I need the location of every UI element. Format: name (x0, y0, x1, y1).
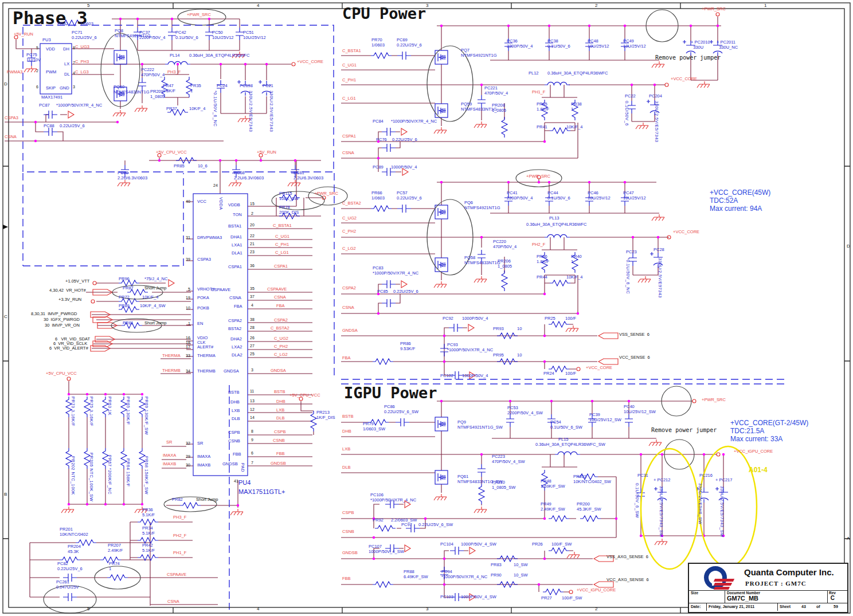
schematic-label: PR36 5.1K/F (142, 508, 155, 517)
schematic-label: DHB (342, 429, 351, 434)
schematic-label: PR64 158K/F (125, 458, 130, 486)
cpu-power-title: CPU Power (342, 5, 426, 22)
schematic-label: PR115 100K_SW (279, 191, 299, 201)
schematic-label: VDDB (228, 203, 240, 208)
schematic-label: THERMB (197, 369, 216, 374)
schematic-label: PC223 470P/50V_4_SW (492, 454, 525, 464)
schematic-label: PR47 1.8K/F (163, 84, 175, 93)
schematic-label: PR40 1 (571, 254, 582, 264)
doc-number-label: Document Number (727, 591, 760, 595)
schematic-label: PR88 6.49K/F_SW (404, 570, 428, 579)
schematic-label: 37 (250, 295, 255, 299)
schematic-label: +5V_CPU_VCC (46, 371, 77, 376)
schematic-label: 29 (186, 454, 190, 459)
schematic-label: C_BSTA1 (273, 223, 292, 229)
schematic-label: 10K/F_4 (566, 275, 582, 280)
schematic-label: PC103 (440, 595, 453, 600)
schematic-label: 3 (426, 3, 428, 8)
schematic-label: CSPA3 (5, 116, 18, 121)
schematic-label: PR208 1_0805 (492, 103, 506, 113)
title-block-date-row: Date: Friday, January 21, 2011 Sheet 43 … (689, 603, 847, 611)
schematic-label: +1.05V_VTT (65, 279, 89, 284)
schematic-label: DLB (232, 417, 240, 422)
schematic-label: C_UG1 (275, 234, 289, 240)
schematic-label: GNDSB (271, 461, 286, 466)
schematic-label: 330U/2V/E5H6_SW (697, 483, 702, 524)
schematic-label: PR207 2.49K/F (108, 543, 123, 553)
schematic-label: 100/F_SW (562, 596, 582, 601)
schematic-label: 330U/2.5V/E97343 (657, 258, 662, 298)
schematic-label: PR86 9.53K/F (400, 342, 415, 351)
schematic-label: BSTB (342, 414, 354, 419)
schematic-label: VCC_SENSE 6 (619, 355, 650, 360)
schematic-label: *0.1U/50V_6_NC (625, 258, 630, 294)
schematic-label: 0.36uH_30A_ETQP4LR36WFC (547, 71, 608, 76)
schematic-label: +VCC_CORE (586, 366, 612, 371)
schematic-label: PR95 (493, 353, 504, 358)
schematic-label: 330U/2.5V/E5/7343 (268, 91, 273, 132)
schematic-label: PR75 3.16K/F (88, 397, 93, 426)
schematic-label: EN (197, 321, 203, 327)
schematic-label: PH1_F (532, 90, 545, 95)
schematic-label: PR74 1 (109, 562, 120, 571)
schematic-label: 6 VR_VID_ALERT# (49, 346, 88, 351)
schematic-label: PR205 NTC_100K_SW (88, 453, 93, 501)
schematic-label: 14 (250, 415, 255, 420)
schematic-label: 0.22U/25V_6 (393, 289, 418, 295)
schematic-label: PC41 2200P/50V_4 (507, 191, 533, 201)
schematic-label: 39 (186, 257, 190, 262)
schematic-label: BSTA1 (228, 224, 241, 229)
company-name: Quanta Computer Inc. (744, 567, 834, 577)
date-value: Friday, January 21, 2011 (709, 605, 754, 609)
schematic-label: LXB (342, 447, 350, 452)
schematic-label: Short Jump (144, 321, 166, 326)
sheet-label: Sheet (780, 605, 791, 609)
schematic-label: PL13 (549, 216, 559, 221)
schematic-label: 18 (186, 340, 190, 345)
schematic-label: +3.3V_RUN (58, 297, 81, 303)
schematic-label: PR67 *200K/F_NC (107, 455, 112, 495)
schematic-label: IMAXB (197, 463, 210, 468)
schematic-label: PR204 45.3K (68, 544, 81, 554)
schematic-label: PC82 0.22U/25V_6 (57, 562, 83, 571)
schematic-label: C_LG1 (342, 96, 356, 101)
schematic-label: 1000P/50V_4 (462, 374, 488, 379)
schematic-label: C_UG1 (342, 63, 357, 68)
schematic-label: *1000P/50V/X7R_4_NC (391, 119, 437, 124)
schematic-label: PC48 10U/25V12 (588, 39, 609, 49)
schematic-label: FBA (342, 356, 351, 361)
schematic-label: PR93 (493, 327, 504, 332)
schematic-label: C_LG3 (75, 70, 89, 75)
schematic-label: DHB (230, 400, 240, 405)
schematic-label: PC22 (625, 94, 636, 99)
schematic-label: GNDSB (342, 551, 358, 556)
schematic-label: MAX17491 (41, 95, 62, 100)
schematic-label: PR85 (174, 164, 185, 169)
schematic-label: PR206 1_0805 (498, 259, 512, 269)
schematic-label: PR210 1_0805_SW (492, 480, 515, 490)
schematic-label: PR65 130K/F (125, 397, 130, 425)
schematic-label: PR38 1 (571, 102, 582, 112)
schematic-label: PC198 (240, 84, 253, 89)
schematic-label: SKIP (46, 86, 56, 91)
schematic-label: C_BSTA1 (342, 49, 361, 54)
schematic-label: PR70 1/0603 (371, 38, 385, 48)
schematic-label: PC71 0.22U/25V_6 (72, 30, 97, 40)
schematic-label: 15 (250, 202, 255, 206)
schematic-label: 0.36uH_30A_ETQP4LR36WFC (189, 53, 249, 58)
schematic-label: PR203 10K/NTC/0402_SW (573, 474, 611, 484)
schematic-label: PR48 1.69K/F_SW (541, 479, 565, 489)
sheet-total: 59 (834, 605, 838, 609)
schematic-label: 10K/F_4 (142, 295, 158, 300)
schematic-label: 5 (36, 46, 38, 50)
schematic-label: PR92 (373, 518, 384, 523)
schematic-label: 4 (251, 303, 253, 308)
sheet-number: 43 (801, 605, 806, 609)
schematic-label: PC69 0.22U/25V_6 (397, 38, 422, 48)
schematic-label: PQ58 NTMFS4833NT1G (464, 256, 500, 265)
schematic-label: GNDSB (222, 462, 238, 467)
schematic-label: PC216 (699, 473, 713, 478)
schematic-label: 330U/2.5V/E5/7343_SW (719, 486, 724, 537)
schematic-label: PC87 (39, 103, 50, 108)
schematic-label: 0.22U/25V_6_SW (418, 523, 453, 528)
